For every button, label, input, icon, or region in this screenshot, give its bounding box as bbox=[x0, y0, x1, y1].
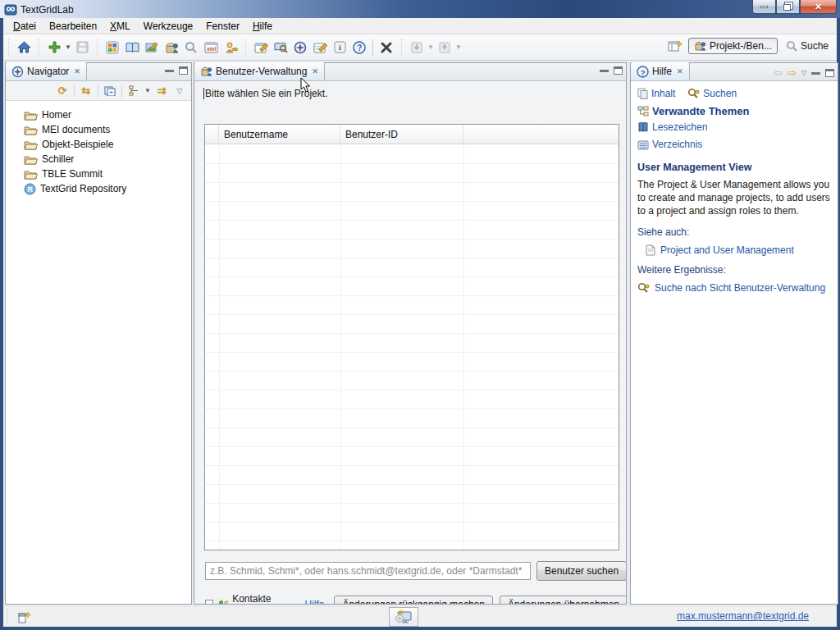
window-pencil2-icon[interactable] bbox=[311, 39, 329, 57]
help-link[interactable]: Hilfe bbox=[304, 599, 324, 604]
workspace: Navigator ✕ ⟳ ⇆ ▼ bbox=[3, 61, 837, 607]
column-header-rest[interactable] bbox=[463, 125, 619, 144]
menu-xml[interactable]: XML bbox=[103, 19, 137, 34]
user-table-header: Benutzername Benutzer-ID bbox=[205, 125, 619, 144]
go-into-icon[interactable]: ⇉ bbox=[153, 83, 170, 99]
book-magnifier-icon[interactable] bbox=[272, 39, 290, 57]
tab-hilfe[interactable]: ? Hilfe ✕ bbox=[631, 62, 690, 80]
user-key-icon[interactable] bbox=[221, 39, 240, 57]
perspective-search-button[interactable]: Suche bbox=[783, 39, 832, 54]
minimize-view-icon[interactable] bbox=[600, 69, 609, 72]
um-tab-label: Benutzer-Verwaltung bbox=[216, 66, 307, 77]
tree-item-textgrid-repository[interactable]: R TextGrid Repository bbox=[24, 181, 191, 196]
article-body: The Project & User Management allows you… bbox=[637, 178, 833, 218]
tree-layout-dropdown-icon[interactable]: ▼ bbox=[144, 87, 152, 94]
window-pencil-icon[interactable] bbox=[252, 39, 270, 57]
toolbar-handle[interactable] bbox=[38, 39, 40, 56]
user-search-button[interactable]: Benutzer suchen bbox=[536, 561, 626, 581]
close-button[interactable]: ✕ bbox=[800, 0, 837, 14]
minimize-view-icon[interactable] bbox=[811, 71, 820, 75]
collapse-all-icon[interactable] bbox=[102, 83, 118, 99]
svg-text:xml: xml bbox=[207, 46, 216, 52]
import-icon bbox=[408, 39, 426, 57]
tree-item-mei-documents[interactable]: MEI documents bbox=[24, 122, 191, 137]
gallery-icon[interactable] bbox=[103, 39, 121, 57]
fast-view-icon[interactable] bbox=[17, 610, 34, 624]
compass-icon[interactable] bbox=[291, 39, 309, 57]
search-keys-icon bbox=[637, 282, 650, 294]
application-window: TextGridLab ✕ Datei Bearbeiten XML Werkz… bbox=[0, 0, 840, 630]
restore-button[interactable] bbox=[776, 0, 800, 14]
tree-layout-icon[interactable] bbox=[126, 83, 142, 99]
show-contacts-label: Kontakte anzeigen bbox=[232, 593, 293, 604]
toolbar-separator bbox=[372, 39, 373, 56]
um-message-bar: Bitte wählen Sie ein Projekt. bbox=[194, 81, 626, 106]
minimize-view-icon[interactable] bbox=[165, 69, 174, 72]
toolbar-handle[interactable] bbox=[400, 39, 403, 56]
help-bookmarks-link[interactable]: Lesezeichen bbox=[637, 121, 707, 133]
close-icon[interactable]: ✕ bbox=[310, 67, 318, 75]
column-header-benutzer-id[interactable]: Benutzer-ID bbox=[340, 125, 463, 144]
help-contents-link[interactable]: Inhalt bbox=[637, 88, 675, 99]
help-search-link[interactable]: Suchen bbox=[687, 88, 737, 99]
column-header-benutzername[interactable]: Benutzername bbox=[219, 125, 340, 144]
user-management-view: Benutzer-Verwaltung ✕ Bitte wählen Sie e… bbox=[194, 62, 627, 605]
menu-datei[interactable]: Datei bbox=[7, 19, 43, 34]
add-icon[interactable] bbox=[45, 39, 63, 57]
user-table[interactable]: Benutzername Benutzer-ID bbox=[204, 124, 619, 550]
mouse-cursor bbox=[300, 77, 312, 94]
tree-item-objekt-beispiele[interactable]: Objekt-Beispiele bbox=[24, 137, 191, 152]
folder-icon bbox=[24, 125, 38, 135]
menu-bearbeiten[interactable]: Bearbeiten bbox=[43, 19, 103, 34]
logged-in-user-link[interactable]: max.mustermann@textgrid.de bbox=[677, 610, 809, 622]
menu-fenster[interactable]: Fenster bbox=[199, 19, 246, 34]
apply-changes-button[interactable]: Änderungen übernehmen bbox=[500, 596, 626, 604]
view-menu-icon[interactable]: ▽ bbox=[171, 83, 188, 99]
dictionary-icon[interactable] bbox=[123, 39, 141, 57]
toolbar-handle[interactable] bbox=[7, 39, 10, 56]
save-icon bbox=[73, 39, 91, 57]
tab-navigator[interactable]: Navigator ✕ bbox=[6, 62, 87, 80]
repository-status-button[interactable] bbox=[389, 607, 418, 627]
tree-item-tble-summit[interactable]: TBLE Summit bbox=[24, 167, 191, 181]
tree-item-homer[interactable]: Homer bbox=[24, 107, 191, 122]
window-titlebar[interactable]: TextGridLab ✕ bbox=[0, 0, 840, 18]
add-dropdown-icon[interactable]: ▼ bbox=[64, 43, 72, 51]
link-editor-icon[interactable]: ⇆ bbox=[78, 83, 94, 99]
menu-hilfe[interactable]: Hilfe bbox=[246, 19, 279, 34]
box-user-icon[interactable] bbox=[162, 39, 180, 57]
show-contacts-checkbox[interactable] bbox=[205, 600, 213, 605]
maximize-view-icon[interactable] bbox=[825, 69, 834, 77]
see-also-link[interactable]: Project and User Management bbox=[660, 244, 794, 256]
menu-werkzeuge[interactable]: Werkzeuge bbox=[137, 19, 199, 34]
close-icon[interactable]: ✕ bbox=[675, 67, 683, 75]
toolbar-handle[interactable] bbox=[96, 39, 98, 56]
help-related-topics-link[interactable]: Verwandte Themen bbox=[637, 105, 749, 117]
minimize-button[interactable] bbox=[752, 0, 776, 14]
refresh-icon[interactable]: ⟳ bbox=[54, 83, 71, 99]
xml-window-icon[interactable]: xml bbox=[202, 39, 220, 57]
help-icon[interactable]: ? bbox=[350, 39, 368, 57]
close-icon[interactable]: ✕ bbox=[72, 67, 80, 75]
maximize-view-icon[interactable] bbox=[614, 66, 623, 75]
view-menu-icon[interactable]: ▽ bbox=[801, 69, 806, 76]
perspective-user-management-button[interactable]: Projekt-/Ben... bbox=[688, 38, 778, 54]
import-dropdown-icon: ▼ bbox=[427, 43, 435, 51]
toolbar-handle[interactable] bbox=[244, 39, 247, 56]
user-search-input[interactable] bbox=[205, 562, 531, 580]
image-pencil-icon[interactable] bbox=[143, 39, 161, 57]
column-header-empty[interactable] bbox=[205, 125, 219, 144]
forward-icon[interactable]: ⇨ bbox=[788, 66, 797, 79]
monitor-cd-icon bbox=[395, 609, 413, 624]
window-title: TextGridLab bbox=[21, 3, 74, 16]
user-table-body[interactable] bbox=[205, 145, 619, 550]
undo-changes-button[interactable]: Änderungen rückgangig machen bbox=[334, 596, 492, 604]
help-index-link[interactable]: Verzeichnis bbox=[637, 139, 702, 150]
open-perspective-icon[interactable] bbox=[666, 37, 684, 55]
more-results-link[interactable]: Suche nach Sicht Benutzer-Verwaltung bbox=[655, 282, 825, 294]
delete-x-icon[interactable] bbox=[377, 39, 395, 57]
maximize-view-icon[interactable] bbox=[179, 66, 188, 75]
home-icon[interactable] bbox=[15, 39, 33, 57]
info-icon[interactable]: i bbox=[331, 39, 349, 57]
tree-item-schiller[interactable]: Schiller bbox=[24, 152, 191, 167]
